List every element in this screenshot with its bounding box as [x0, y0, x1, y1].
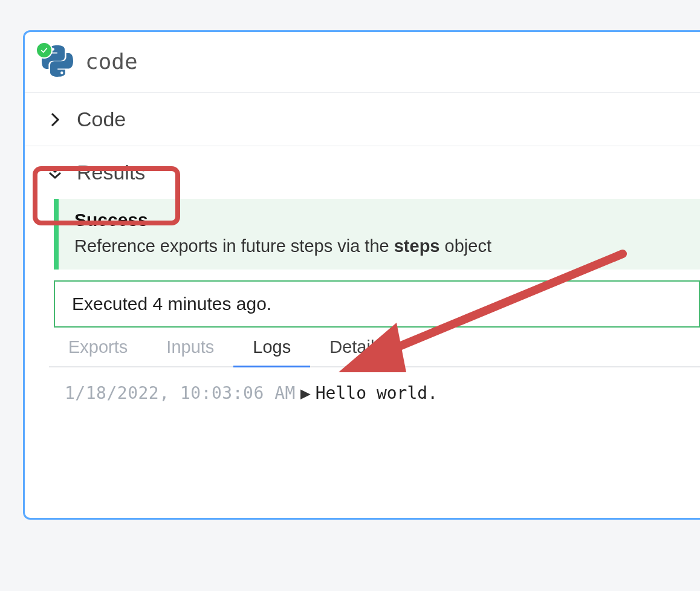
- banner-title: Success: [74, 210, 684, 230]
- log-message: Hello world.: [316, 383, 438, 403]
- executed-box[interactable]: Executed 4 minutes ago.: [54, 280, 700, 328]
- success-banner: Success Reference exports in future step…: [54, 199, 700, 270]
- log-timestamp: 1/18/2022, 10:03:06 AM: [65, 383, 296, 403]
- tab-inputs[interactable]: Inputs: [147, 328, 233, 367]
- banner-text: Reference exports in future steps via th…: [74, 236, 684, 256]
- executed-text: Executed 4 minutes ago.: [72, 294, 271, 314]
- code-section-toggle[interactable]: Code: [25, 92, 700, 146]
- chevron-double-down-icon: [47, 164, 63, 181]
- results-body: Success Reference exports in future step…: [25, 199, 700, 419]
- step-title[interactable]: code: [85, 49, 138, 74]
- tab-exports[interactable]: Exports: [49, 328, 147, 367]
- log-entry[interactable]: 1/18/2022, 10:03:06 AM ▶ Hello world.: [54, 367, 700, 419]
- results-section-toggle[interactable]: Results: [25, 146, 700, 199]
- results-tabs: Exports Inputs Logs Details: [49, 328, 700, 367]
- tab-details[interactable]: Details: [310, 328, 403, 367]
- success-badge-icon: [36, 42, 53, 59]
- banner-text-prefix: Reference exports in future steps via th…: [74, 236, 394, 256]
- card-header: code: [25, 32, 700, 92]
- python-icon: [42, 45, 73, 77]
- results-section-label: Results: [77, 161, 145, 184]
- tab-logs[interactable]: Logs: [233, 328, 310, 367]
- caret-right-icon: ▶: [300, 383, 311, 403]
- code-section-label: Code: [77, 108, 126, 131]
- code-step-card: code Code Results Success Reference expo…: [23, 30, 700, 520]
- banner-text-suffix: object: [440, 236, 491, 256]
- chevron-right-icon: [47, 112, 63, 128]
- banner-text-bold: steps: [394, 236, 440, 256]
